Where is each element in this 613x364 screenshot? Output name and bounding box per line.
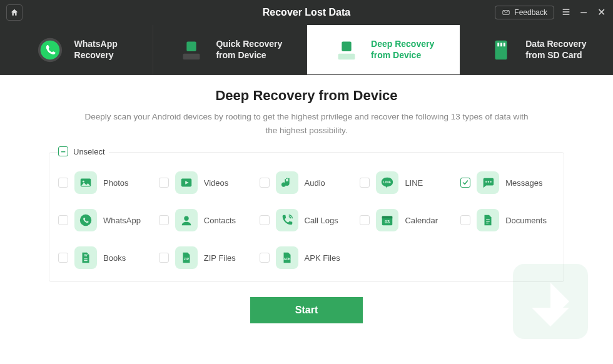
data-type-calendar[interactable]: Calendar [360,209,454,231]
menu-icon [561,7,571,17]
data-type-messages[interactable]: Messages [460,171,555,194]
video-icon [175,171,198,194]
checkbox-zip-files[interactable] [159,253,169,263]
tab-sd-recovery[interactable]: Data Recoveryfrom SD Card [460,25,613,74]
data-type-contacts[interactable]: Contacts [159,209,253,231]
messages-icon [477,171,499,194]
sd-card-tab-icon [487,36,515,64]
feedback-button[interactable]: Feedback [495,6,554,19]
data-type-label: LINE [405,178,423,188]
line-icon [376,171,398,194]
checkbox-contacts[interactable] [159,215,169,225]
calllogs-icon [276,209,298,231]
checkbox-messages[interactable] [460,178,470,188]
data-type-label: APK Files [305,253,340,263]
home-icon [10,8,19,17]
checkbox-books[interactable] [58,253,68,263]
zip-icon [175,246,198,269]
unselect-label: Unselect [73,147,105,156]
data-type-label: Call Logs [305,216,338,225]
deep-recovery-tab-icon [332,36,361,64]
tabs: WhatsAppRecovery Quick Recoveryfrom Devi… [0,25,613,75]
tab-label: Data Recovery [525,39,586,49]
feedback-label: Feedback [514,8,547,17]
tab-label: from SD Card [525,50,582,60]
unselect-checkbox-icon: − [58,146,68,156]
books-icon [74,246,97,269]
data-type-photos[interactable]: Photos [58,171,153,194]
tab-label: Deep Recovery [371,39,434,49]
checkbox-whatsapp[interactable] [58,215,68,225]
audio-icon [276,171,298,194]
contacts-icon [175,209,198,231]
data-type-books[interactable]: Books [58,246,153,269]
checkbox-call-logs[interactable] [260,215,270,225]
tab-label: Quick Recovery [216,39,282,49]
data-types-panel: − Unselect PhotosVideosAudioLINEMessages… [49,152,564,282]
photo-icon [74,171,97,194]
tab-quick-recovery[interactable]: Quick Recoveryfrom Device [153,25,306,74]
data-type-label: Books [103,253,126,263]
close-button[interactable]: ✕ [595,8,607,18]
apk-icon [276,246,298,269]
data-type-zip-files[interactable]: ZIP Files [159,246,253,269]
checkbox-audio[interactable] [260,178,270,188]
data-type-videos[interactable]: Videos [159,171,253,194]
data-type-label: ZIP Files [204,253,236,263]
data-type-label: Videos [204,178,229,188]
checkbox-photos[interactable] [58,178,68,188]
data-type-label: Contacts [204,216,236,225]
data-type-label: Calendar [405,216,438,225]
data-type-apk-files[interactable]: APK Files [260,246,354,269]
tab-label: WhatsApp [74,39,118,49]
data-type-label: Documents [505,216,547,225]
tab-whatsapp-recovery[interactable]: WhatsAppRecovery [0,25,153,74]
check-icon [462,179,469,186]
tab-deep-recovery[interactable]: Deep Recoveryfrom Device [307,25,460,74]
tab-label: Recovery [74,50,114,60]
checkbox-calendar[interactable] [360,215,370,225]
mail-icon [502,8,510,17]
documents-icon [477,209,499,231]
checkbox-apk-files[interactable] [260,253,270,263]
start-button[interactable]: Start [250,297,363,323]
page-title: Deep Recovery from Device [31,88,582,104]
menu-button[interactable] [560,7,572,19]
data-type-label: WhatsApp [103,216,141,225]
quick-recovery-tab-icon [177,36,206,64]
data-type-label: Messages [505,178,542,188]
checkbox-line[interactable] [360,178,370,188]
data-type-whatsapp[interactable]: WhatsApp [58,209,153,231]
minimize-button[interactable]: − [578,6,589,19]
data-type-line[interactable]: LINE [360,171,454,194]
data-type-call-logs[interactable]: Call Logs [260,209,354,231]
tab-label: from Device [371,50,421,60]
unselect-toggle[interactable]: − Unselect [58,146,109,156]
titlebar: Recover Lost Data Feedback − ✕ [0,0,613,25]
data-type-label: Audio [305,178,325,188]
data-type-label: Photos [103,178,128,188]
checkbox-videos[interactable] [159,178,169,188]
main-content: Deep Recovery from Device Deeply scan yo… [0,75,613,323]
whatsapp-tab-icon [36,36,64,64]
tab-label: from Device [216,50,266,60]
checkbox-documents[interactable] [460,215,470,225]
whatsapp-icon [74,209,97,231]
page-subtitle: Deeply scan your Android devices by root… [81,110,532,137]
calendar-icon [376,209,398,231]
data-type-documents[interactable]: Documents [460,209,555,231]
data-type-audio[interactable]: Audio [260,171,354,194]
home-button[interactable] [6,4,23,21]
